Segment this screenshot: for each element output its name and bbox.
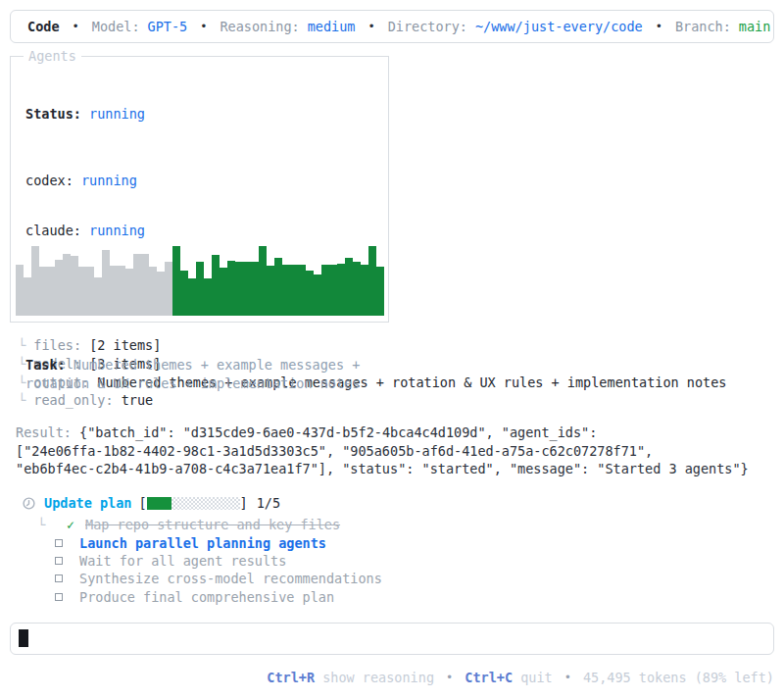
agent-name: claude: xyxy=(25,223,81,238)
sparkline-bar xyxy=(361,265,368,316)
agents-panel: Agents Status: running codex: running cl… xyxy=(10,56,389,323)
composer-input[interactable] xyxy=(10,623,774,655)
reasoning-pair: Reasoning:medium xyxy=(220,19,355,34)
sparkline-bar xyxy=(282,265,290,316)
sparkline-bar xyxy=(329,265,337,316)
sparkline-bar xyxy=(243,262,251,316)
sparkline-bar xyxy=(376,267,384,316)
hint-key: Ctrl+R xyxy=(267,670,315,685)
progress-fill xyxy=(147,497,172,510)
sparkline-bar xyxy=(212,255,220,316)
sparkline-bar xyxy=(220,268,227,316)
plan-item: Produce final comprehensive plan xyxy=(10,588,774,606)
agents-panel-body: Status: running codex: running claude: r… xyxy=(11,57,388,424)
sparkline-bar xyxy=(274,258,282,316)
hint: Ctrl+R show reasoning xyxy=(267,670,434,685)
sparkline-bar xyxy=(235,262,243,316)
model-label: Model: xyxy=(92,19,140,34)
plan-item-text: Synthesize cross-model recommendations xyxy=(79,571,382,586)
sparkline-bar xyxy=(149,267,157,316)
sparkline-bar xyxy=(172,246,180,316)
sparkline-bar xyxy=(314,275,321,316)
model-pair: Model:GPT-5 xyxy=(92,19,187,34)
status-value: running xyxy=(89,106,145,122)
sparkline-bar xyxy=(204,278,212,316)
plan-item: Wait for all agent results xyxy=(10,552,774,570)
sparkline-bar xyxy=(141,254,149,316)
reasoning-label: Reasoning: xyxy=(220,19,299,34)
progress-fraction: 1/5 xyxy=(257,495,280,511)
sparkline-bar xyxy=(368,246,376,316)
result-block: Result: {"batch_id": "d315cde9-6ae0-437d… xyxy=(16,424,774,478)
tree-corner-icon: └ xyxy=(37,517,51,532)
agent-name: codex: xyxy=(25,173,74,188)
sparkline-bar xyxy=(157,272,165,316)
sparkline-bar xyxy=(306,271,314,316)
sparkline-bar xyxy=(47,267,55,316)
sparkline-bar xyxy=(353,262,361,316)
plan-header: Update plan [] 1/5 xyxy=(10,494,774,513)
result-json-line: Result: {"batch_id": "d315cde9-6ae0-437d… xyxy=(16,424,774,442)
plan-item-text: Produce final comprehensive plan xyxy=(79,589,334,605)
result-label: Result: xyxy=(16,424,72,440)
sparkline-bar xyxy=(290,265,298,316)
separator-dot: • xyxy=(368,20,374,33)
plan-item-text: Map repo structure and key files xyxy=(85,517,340,532)
checkbox-icon xyxy=(55,593,63,601)
result-json-line: "eb6bf4ec-c2b4-41b9-a708-c4c3a71ea1f7"],… xyxy=(16,460,774,478)
sparkline-bar xyxy=(337,264,345,316)
status-label: Status: xyxy=(25,106,81,122)
sparkline-bar xyxy=(94,277,102,316)
directory-label: Directory: xyxy=(388,19,467,34)
branch-value: main xyxy=(739,19,771,34)
agent-activity-sparkline xyxy=(16,245,384,316)
hint-label: quit xyxy=(520,670,553,685)
separator-dot: • xyxy=(446,671,453,684)
separator-dot: • xyxy=(564,671,571,684)
clock-icon xyxy=(23,497,35,510)
agents-status-line: Status: running xyxy=(25,106,373,122)
text-cursor xyxy=(19,629,28,647)
tokens-left: 45,495 tokens (89% left) xyxy=(583,670,774,685)
branch-label: Branch: xyxy=(675,19,731,34)
result-json: {"batch_id": "d315cde9-6ae0-437d-b5f2-4b… xyxy=(72,424,597,440)
status-bar: Code • Model:GPT-5 • Reasoning:medium • … xyxy=(10,10,774,43)
branch-pair: Branch:main xyxy=(675,19,770,34)
task-line: Task: Numbered themes + example messages… xyxy=(25,356,376,392)
agent-row: claude: running xyxy=(25,222,373,240)
progress-remaining xyxy=(172,497,240,510)
plan-title: Update plan xyxy=(44,495,131,511)
progress-close-bracket: ] xyxy=(240,495,248,511)
sparkline-bar xyxy=(39,267,47,316)
separator-dot: • xyxy=(73,20,79,33)
sparkline-bar xyxy=(259,246,267,316)
sparkline-bar xyxy=(188,278,196,316)
check-icon: ✓ xyxy=(67,517,77,532)
directory-pair: Directory:~/www/just-every/code xyxy=(388,19,643,34)
sparkline-bar xyxy=(298,265,306,316)
plan-item: Synthesize cross-model recommendations xyxy=(10,570,774,587)
sparkline-bar xyxy=(71,256,78,316)
sparkline-bar xyxy=(86,267,94,316)
plan-block: Update plan [] 1/5 └ ✓ Map repo structur… xyxy=(10,494,774,606)
sparkline-bar xyxy=(102,250,110,316)
separator-dot: • xyxy=(200,20,207,33)
plan-item: Launch parallel planning agents xyxy=(10,533,774,551)
plan-item-text: Wait for all agent results xyxy=(79,553,286,569)
sparkline-bar xyxy=(180,271,188,316)
sparkline-bar xyxy=(125,269,133,316)
sparkline-bar xyxy=(267,266,274,316)
reasoning-value: medium xyxy=(308,19,356,34)
hint-label: show reasoning xyxy=(322,670,434,685)
sparkline-bar xyxy=(31,246,39,316)
task-label: Task: xyxy=(25,357,66,373)
agent-state: running xyxy=(81,173,137,188)
agents-panel-title: Agents xyxy=(24,49,81,64)
sparkline-bar xyxy=(321,265,329,316)
result-json-line: ["24e06ffa-1b82-4402-98c1-3a1d5d3303c5",… xyxy=(16,442,774,461)
sparkline-bar xyxy=(345,258,353,316)
plan-item: └ ✓ Map repo structure and key files xyxy=(10,516,774,533)
checkbox-icon xyxy=(55,557,63,565)
sparkline-bar xyxy=(227,261,235,316)
sparkline-bar xyxy=(165,262,172,316)
